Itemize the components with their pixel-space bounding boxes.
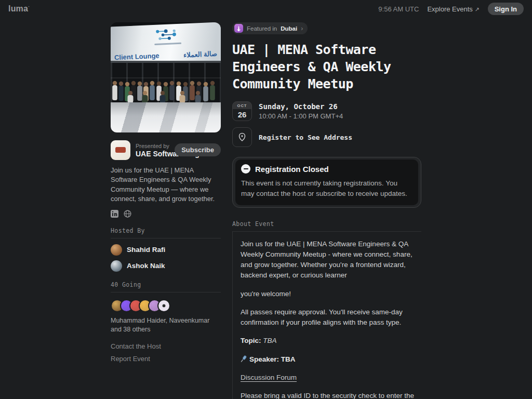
- event-cover-image: Client Lounge صالة العملاء: [111, 22, 221, 132]
- luma-logo-mark: ᐧ: [28, 5, 29, 9]
- host-name: Shahid Rafi: [127, 246, 165, 254]
- sign-in-button[interactable]: Sign In: [488, 3, 524, 15]
- event-title: UAE | MENA Software Engineers & QA Weekl…: [232, 41, 421, 92]
- going-count-header: 40 Going: [111, 281, 221, 292]
- calendar-day: 26: [233, 109, 251, 119]
- attendee-avatar: [157, 299, 170, 312]
- registration-status-title: Registration Closed: [255, 165, 329, 174]
- arrow-up-right-icon: ↗: [474, 6, 479, 12]
- registration-status-body: This event is not currently taking regis…: [241, 178, 413, 200]
- sign-small-caption: [154, 43, 181, 45]
- featured-in-badge[interactable]: Featured in Dubai ›: [232, 22, 308, 34]
- about-topic-line: Topic: TBA: [241, 336, 421, 346]
- globe-icon[interactable]: [124, 210, 131, 218]
- registration-closed-card: Registration Closed This event is not cu…: [232, 157, 421, 208]
- top-bar: lumaᐧ 9:56 AM UTC Explore Events ↗ Sign …: [0, 0, 532, 18]
- host-avatar: [111, 260, 122, 272]
- host-row-shahid[interactable]: Shahid Rafi: [111, 244, 221, 256]
- sign-text-english: Client Lounge: [114, 52, 159, 62]
- about-paragraph: All passes require approval. You'll rece…: [241, 307, 421, 328]
- tower-icon: [234, 24, 243, 33]
- discussion-forum-link[interactable]: Discussion Forum: [241, 374, 297, 381]
- explore-events-link[interactable]: Explore Events ↗: [427, 5, 479, 13]
- chevron-right-icon: ›: [301, 25, 303, 32]
- subscribe-button[interactable]: Subscribe: [175, 143, 221, 156]
- featured-in-label: Featured in: [247, 25, 277, 32]
- host-row-ashok[interactable]: Ashok Naik: [111, 260, 221, 272]
- about-link-line: Discussion Forum: [241, 373, 421, 383]
- cover-sign-band: Client Lounge صالة العملاء: [111, 22, 221, 66]
- about-event-body: Join us for the UAE | MENA Software Engi…: [232, 232, 421, 399]
- hosted-by-header: Hosted By: [111, 227, 221, 238]
- register-to-see-address: Register to See Address: [259, 134, 352, 141]
- report-event-link[interactable]: Report Event: [111, 355, 221, 363]
- calendar-date-icon: OCT 26: [232, 101, 252, 121]
- about-event-header: About Event: [232, 220, 421, 232]
- event-date: Sunday, October 26: [259, 102, 343, 111]
- about-paragraph: Please bring a valid ID to the security …: [241, 391, 421, 399]
- about-speaker-line: Speaker: TBA: [241, 354, 421, 365]
- presenter-section: Presented by UAE Software Engin... › Sub…: [111, 140, 221, 160]
- cover-group-photo-people: [111, 75, 221, 104]
- attendee-avatar-stack[interactable]: [111, 299, 221, 312]
- dubai-center-logo: [153, 28, 182, 42]
- sign-text-arabic: صالة العملاء: [183, 50, 217, 59]
- luma-logo[interactable]: lumaᐧ: [8, 4, 29, 14]
- minus-circle-icon: [241, 164, 250, 174]
- datetime-row: OCT 26 Sunday, October 26 10:00 AM - 1:0…: [232, 101, 421, 121]
- host-avatar: [111, 244, 122, 256]
- presenter-avatar[interactable]: [111, 140, 130, 160]
- host-name: Ashok Naik: [127, 262, 165, 270]
- contact-host-link[interactable]: Contact the Host: [111, 342, 221, 350]
- location-cta-row[interactable]: Register to See Address: [232, 127, 421, 147]
- attendee-names: Muhammad Haider, Naveenkumar and 38 othe…: [111, 316, 221, 335]
- cover-floor: [111, 102, 221, 132]
- microphone-icon: [241, 355, 247, 363]
- about-paragraph: you're welcome!: [241, 289, 421, 299]
- map-pin-icon: [232, 127, 252, 147]
- linkedin-icon[interactable]: [111, 210, 118, 218]
- about-paragraph: Join us for the UAE | MENA Software Engi…: [241, 239, 421, 281]
- clock-utc: 9:56 AM UTC: [378, 5, 419, 13]
- calendar-month: OCT: [233, 102, 251, 109]
- social-icons-row: [111, 210, 221, 218]
- featured-city: Dubai: [281, 25, 297, 32]
- presenter-description: Join us for the UAE | MENA Software Engi…: [111, 166, 221, 204]
- event-time: 10:00 AM - 1:00 PM GMT+4: [259, 112, 343, 120]
